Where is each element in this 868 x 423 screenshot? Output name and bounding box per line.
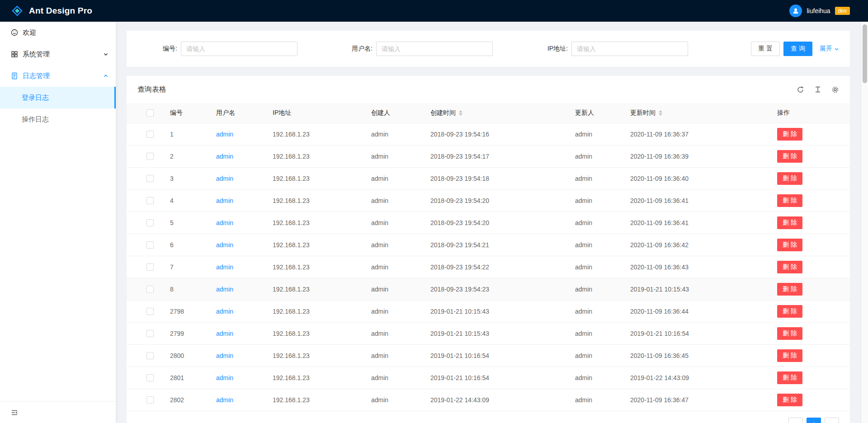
delete-button[interactable]: 删 除 [777, 172, 802, 185]
username-link[interactable]: admin [216, 263, 233, 271]
row-checkbox[interactable] [146, 263, 154, 271]
cell-ip: 192.168.1.23 [265, 256, 364, 278]
username-link[interactable]: admin [216, 175, 233, 182]
sidebar-subitem-login-log[interactable]: 登录日志 [0, 87, 116, 108]
row-checkbox[interactable] [146, 175, 154, 182]
cell-username: admin [209, 300, 265, 322]
delete-button[interactable]: 删 除 [777, 305, 802, 318]
username-link[interactable]: admin [216, 197, 233, 204]
menu-fold-icon[interactable] [11, 409, 18, 416]
username-link[interactable]: admin [216, 241, 233, 249]
username-link[interactable]: admin [216, 330, 233, 337]
delete-button[interactable]: 删 除 [777, 128, 802, 141]
table-row: 2801 admin 192.168.1.23 admin 2019-01-21… [127, 367, 850, 389]
field-username: 用户名: [333, 42, 493, 56]
username-link[interactable]: admin [216, 153, 233, 160]
row-checkbox[interactable] [146, 197, 154, 204]
row-checkbox[interactable] [146, 374, 154, 381]
username-link[interactable]: admin [216, 308, 233, 315]
id-input[interactable] [181, 42, 297, 56]
cell-updated-time: 2020-11-09 16:36:45 [623, 344, 770, 367]
sidebar-item-log-management[interactable]: 日志管理 [0, 65, 116, 87]
scrollbar-thumb[interactable] [863, 24, 867, 83]
select-all-checkbox[interactable] [146, 109, 154, 117]
row-checkbox[interactable] [146, 396, 154, 404]
cell-actions: 删 除 [770, 367, 850, 389]
sidebar-item-system-management[interactable]: 系统管理 [0, 43, 116, 65]
cell-ip: 192.168.1.23 [265, 344, 364, 367]
username-link[interactable]: admin [216, 374, 233, 381]
expand-label: 展开 [820, 45, 832, 53]
ip-input[interactable] [571, 42, 688, 56]
cell-actions: 删 除 [770, 322, 850, 344]
sidebar-footer [0, 401, 116, 423]
cell-updater: admin [568, 256, 623, 278]
user-avatar[interactable] [789, 5, 802, 17]
pagination-next-button[interactable]: › [825, 418, 839, 423]
query-button[interactable]: 查 询 [783, 42, 812, 56]
cell-created-time: 2019-01-21 10:15:43 [423, 322, 568, 344]
density-icon[interactable] [814, 86, 821, 93]
sort-icon[interactable] [459, 110, 462, 116]
header-user-area[interactable]: liufeihua dev [789, 5, 850, 17]
delete-button[interactable]: 删 除 [777, 194, 802, 207]
row-checkbox[interactable] [146, 352, 154, 359]
table-row: 3 admin 192.168.1.23 admin 2018-09-23 19… [127, 167, 850, 189]
delete-button[interactable]: 删 除 [777, 239, 802, 251]
username-link[interactable]: admin [216, 131, 233, 138]
row-checkbox[interactable] [146, 219, 154, 226]
search-fields: 编号: 用户名: IP地址: [137, 42, 688, 56]
row-checkbox[interactable] [146, 330, 154, 337]
cell-creator: admin [364, 344, 423, 367]
cell-username: admin [209, 189, 265, 212]
sidebar-item-label: 系统管理 [23, 50, 50, 59]
username-input[interactable] [376, 42, 493, 56]
pagination-prev-button[interactable]: ‹ [788, 418, 803, 423]
row-checkbox[interactable] [146, 286, 154, 293]
delete-button[interactable]: 删 除 [777, 371, 802, 384]
row-checkbox[interactable] [146, 241, 154, 249]
row-select-cell [127, 189, 163, 212]
username-link[interactable]: admin [216, 286, 233, 293]
username-link[interactable]: admin [216, 352, 233, 359]
logo-area[interactable]: Ant Design Pro [11, 5, 92, 17]
column-settings-icon[interactable] [831, 86, 839, 94]
cell-creator: admin [364, 322, 423, 344]
main-content: 编号: 用户名: IP地址: 重 置 查 询 展开 [116, 22, 868, 423]
column-header-updater: 更新人 [568, 103, 623, 123]
cell-id: 8 [163, 278, 209, 300]
table-row: 4 admin 192.168.1.23 admin 2018-09-23 19… [127, 189, 850, 212]
username-link[interactable]: admin [216, 219, 233, 226]
toolbar-icons [797, 86, 839, 94]
cell-actions: 删 除 [770, 189, 850, 212]
column-header-updated-time[interactable]: 更新时间 [623, 103, 770, 123]
delete-button[interactable]: 删 除 [777, 216, 802, 229]
cell-username: admin [209, 367, 265, 389]
cell-actions: 删 除 [770, 256, 850, 278]
cell-actions: 删 除 [770, 278, 850, 300]
pagination-page-active[interactable]: 1 [807, 418, 821, 423]
cell-updated-time: 2020-11-09 16:36:43 [623, 256, 770, 278]
delete-button[interactable]: 删 除 [777, 150, 802, 163]
expand-toggle[interactable]: 展开 [820, 45, 839, 53]
sidebar-item-label: 欢迎 [23, 28, 36, 37]
row-checkbox[interactable] [146, 153, 154, 160]
column-header-created-time[interactable]: 创建时间 [423, 103, 568, 123]
cell-creator: admin [364, 167, 423, 189]
row-checkbox[interactable] [146, 308, 154, 315]
sidebar-item-welcome[interactable]: 欢迎 [0, 22, 116, 43]
username-link[interactable]: admin [216, 396, 233, 404]
delete-button[interactable]: 删 除 [777, 349, 802, 362]
reload-icon[interactable] [797, 86, 804, 94]
row-select-cell [127, 367, 163, 389]
sidebar-subitem-operation-log[interactable]: 操作日志 [0, 108, 116, 130]
row-checkbox[interactable] [146, 131, 154, 138]
delete-button[interactable]: 删 除 [777, 283, 802, 296]
window-scrollbar[interactable] [861, 22, 868, 423]
delete-button[interactable]: 删 除 [777, 261, 802, 273]
reset-button[interactable]: 重 置 [751, 42, 780, 56]
sort-icon[interactable] [659, 110, 662, 116]
delete-button[interactable]: 删 除 [777, 327, 802, 340]
delete-button[interactable]: 删 除 [777, 394, 802, 406]
row-select-cell [127, 256, 163, 278]
